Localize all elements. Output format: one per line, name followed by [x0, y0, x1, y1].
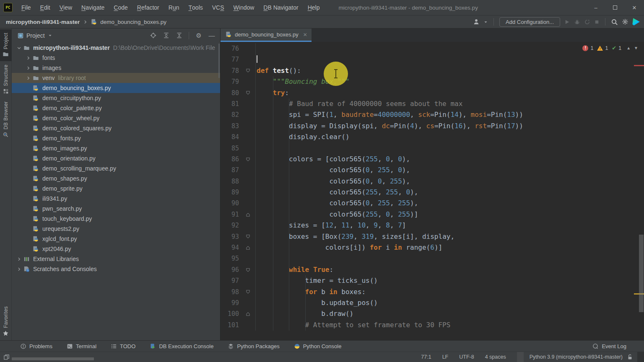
close-tab-icon[interactable]: ✕ — [303, 32, 307, 38]
code-line-100[interactable]: 100 b.draw() — [221, 308, 644, 319]
tree-item-fonts[interactable]: fonts — [12, 53, 220, 63]
code-line-78[interactable]: 78def test(): — [221, 65, 644, 76]
tool-window-button-python-console[interactable]: Python Console — [294, 343, 342, 349]
code-line-93[interactable]: 93 boxes = [Box(239, 319, sizes[i], disp… — [221, 231, 644, 242]
tree-item-demo-sprite-py[interactable]: demo_sprite.py — [12, 184, 220, 194]
code-line-99[interactable]: 99 b.update_pos() — [221, 297, 644, 308]
tree-item-xglcd-font-py[interactable]: xglcd_font.py — [12, 234, 220, 244]
tree-item-urequests2-py[interactable]: urequests2.py — [12, 224, 220, 234]
user-account-icon[interactable] — [473, 18, 480, 25]
run-button-icon[interactable] — [564, 19, 570, 25]
code-line-79[interactable]: 79 """Bouncing box.""" — [221, 76, 644, 87]
line-ending[interactable]: LF — [442, 354, 449, 360]
tree-item-demo-circuitpython-py[interactable]: demo_circuitpython.py — [12, 93, 220, 103]
code-line-88[interactable]: 88 color565(0, 0, 255), — [221, 176, 644, 187]
line-number[interactable]: 77 — [221, 54, 241, 65]
menu-item-help[interactable]: Help — [303, 0, 325, 15]
tree-item-demo-shapes-py[interactable]: demo_shapes.py — [12, 173, 220, 184]
chevron-down-icon[interactable] — [483, 20, 488, 24]
tree-item-external-libraries[interactable]: External Libraries — [12, 254, 220, 264]
tree-item-micropython-ili9341-master[interactable]: micropython-ili9341-masterD:\Bob\OneDriv… — [12, 43, 220, 53]
prev-issue-icon[interactable]: ▲ — [626, 46, 631, 50]
panel-settings-gear-icon[interactable]: ⚙ — [194, 32, 204, 39]
tree-item-demo-scrolling-marquee-py[interactable]: demo_scrolling_marquee.py — [12, 163, 220, 173]
code-line-77[interactable]: 77 — [221, 54, 644, 65]
tree-item-demo-colored-squares-py[interactable]: demo_colored_squares.py — [12, 123, 220, 133]
menu-item-db-navigator[interactable]: DB Navigator — [259, 0, 303, 15]
fold-end-icon[interactable] — [241, 242, 256, 253]
tree-item-scratches-and-consoles[interactable]: Scratches and Consoles — [12, 264, 220, 274]
tree-item-demo-orientation-py[interactable]: demo_orientation.py — [12, 153, 220, 163]
fold-start-icon[interactable] — [241, 231, 256, 242]
fold-start-icon[interactable] — [241, 154, 256, 165]
locate-file-icon[interactable] — [148, 32, 158, 39]
tree-item-demo-images-py[interactable]: demo_images.py — [12, 143, 220, 153]
line-number[interactable]: 91 — [221, 209, 241, 220]
run-with-coverage-icon[interactable] — [584, 19, 590, 25]
stop-button-icon[interactable] — [594, 19, 600, 25]
next-issue-icon[interactable]: ▼ — [634, 46, 638, 50]
menu-item-view[interactable]: View — [55, 0, 77, 15]
chevron-right-icon[interactable] — [23, 75, 33, 81]
menu-item-file[interactable]: File — [17, 0, 36, 15]
event-log-button[interactable]: Event Log — [592, 343, 626, 349]
stripe-button-db-browser[interactable]: DB Browser — [0, 98, 12, 142]
stripe-button-project[interactable]: Project — [0, 29, 12, 61]
inspection-widget[interactable]: ! 1 ! 1 ✔ 1 ▲ ▼ — [582, 45, 638, 51]
code-line-89[interactable]: 89 color565(255, 255, 0), — [221, 187, 644, 198]
line-number[interactable]: 81 — [221, 98, 241, 109]
code-line-95[interactable]: 95 — [221, 253, 644, 264]
tree-item-venv[interactable]: venvlibrary root — [12, 73, 220, 83]
code-line-90[interactable]: 90 color565(0, 255, 255), — [221, 198, 644, 209]
indent-style[interactable]: 4 spaces — [485, 354, 506, 360]
tree-item-pwn-search-py[interactable]: pwn_search.py — [12, 204, 220, 214]
line-number[interactable]: 82 — [221, 109, 241, 120]
close-button[interactable]: ✕ — [625, 0, 644, 15]
tree-item-demo-fonts-py[interactable]: demo_fonts.py — [12, 133, 220, 143]
line-number[interactable]: 95 — [221, 253, 241, 264]
menu-item-run[interactable]: Run — [164, 0, 184, 15]
debug-button-icon[interactable] — [574, 19, 580, 25]
tree-item-demo-color-palette-py[interactable]: demo_color_palette.py — [12, 103, 220, 113]
line-number[interactable]: 80 — [221, 88, 241, 98]
collapse-all-icon[interactable] — [174, 32, 184, 39]
chevron-right-icon[interactable] — [23, 55, 33, 61]
fold-start-icon[interactable] — [241, 264, 256, 275]
menu-item-window[interactable]: Window — [229, 0, 259, 15]
menu-item-vcs[interactable]: VCS — [208, 0, 229, 15]
code-line-80[interactable]: 80 try: — [221, 88, 644, 98]
error-stripe-mark[interactable] — [634, 65, 644, 66]
breadcrumb-project[interactable]: micropython-ili9341-master — [6, 19, 80, 25]
fold-start-icon[interactable] — [241, 287, 256, 297]
search-everywhere-icon[interactable] — [611, 18, 618, 26]
code-line-87[interactable]: 87 color565(0, 255, 0), — [221, 165, 644, 176]
code-line-94[interactable]: 94 colors[i]) for i in range(6)] — [221, 242, 644, 253]
project-view-dropdown-icon[interactable] — [48, 33, 52, 38]
line-number[interactable]: 90 — [221, 198, 241, 209]
tree-item-demo-color-wheel-py[interactable]: demo_color_wheel.py — [12, 113, 220, 123]
tool-window-button-python-packages[interactable]: Python Packages — [228, 343, 279, 349]
code-line-91[interactable]: 91 color565(255, 0, 255)] — [221, 209, 644, 220]
code-line-76[interactable]: 76 — [221, 43, 644, 54]
expand-all-icon[interactable] — [161, 32, 171, 39]
code-line-85[interactable]: 85 — [221, 143, 644, 154]
chevron-right-icon[interactable] — [14, 266, 23, 272]
fold-start-icon[interactable] — [241, 65, 256, 76]
chevron-right-icon[interactable] — [14, 256, 23, 262]
stripe-button-structure[interactable]: Structure — [0, 61, 12, 98]
tool-window-button-todo[interactable]: TODO — [111, 343, 135, 349]
line-number[interactable]: 98 — [221, 287, 241, 297]
tree-item-touch-keyboard-py[interactable]: touch_keyboard.py — [12, 214, 220, 224]
editor-tab-demo-bouncing-boxes[interactable]: demo_bouncing_boxes.py ✕ — [221, 28, 312, 42]
project-vertical-scrollbar[interactable] — [218, 44, 220, 78]
add-configuration-button[interactable]: Add Configuration... — [499, 17, 560, 27]
code-with-me-icon[interactable] — [632, 18, 640, 26]
caret-position[interactable]: 77:1 — [421, 354, 431, 360]
fold-end-icon[interactable] — [241, 308, 256, 319]
line-number[interactable]: 86 — [221, 154, 241, 165]
tree-item-demo-bouncing-boxes-py[interactable]: demo_bouncing_boxes.py — [12, 83, 220, 93]
code-line-84[interactable]: 84 display.clear() — [221, 132, 644, 142]
menu-item-code[interactable]: Code — [109, 0, 132, 15]
code-editor[interactable]: 767778def test():79 """Bouncing box."""8… — [221, 42, 644, 340]
settings-gear-icon[interactable] — [622, 18, 628, 25]
